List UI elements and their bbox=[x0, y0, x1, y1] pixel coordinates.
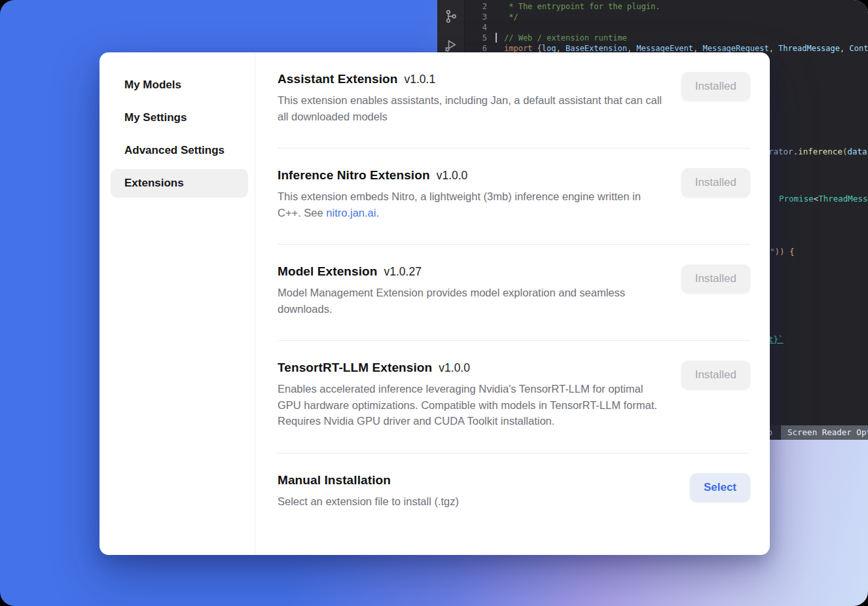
installed-button: Installed bbox=[681, 168, 750, 197]
code-text bbox=[490, 22, 504, 33]
code-line: 3 */ bbox=[437, 12, 868, 22]
extension-heading: Manual Installation bbox=[278, 473, 662, 488]
code-fragment: ")) { bbox=[770, 247, 795, 257]
extension-heading: Model Extensionv1.0.27 bbox=[278, 264, 662, 279]
code-text: // Web / extension runtime bbox=[490, 33, 627, 43]
settings-modal: My Models My Settings Advanced Settings … bbox=[99, 52, 770, 555]
extensions-list: Assistant Extensionv1.0.1 This extension… bbox=[255, 52, 770, 555]
extension-version: v1.0.0 bbox=[439, 361, 470, 374]
extension-name: Assistant Extension bbox=[278, 72, 398, 86]
line-number: 2 bbox=[437, 1, 490, 12]
extension-row-model: Model Extensionv1.0.27 Model Management … bbox=[278, 245, 750, 341]
extension-version: v1.0.1 bbox=[405, 73, 436, 86]
extension-name: Inference Nitro Extension bbox=[278, 168, 430, 182]
extension-description: Model Management Extension provides mode… bbox=[278, 285, 662, 317]
installed-button: Installed bbox=[681, 72, 750, 101]
extension-version: v1.0.27 bbox=[384, 265, 421, 278]
nitro-jan-ai-link[interactable]: nitro.jan.ai. bbox=[326, 207, 379, 219]
code-fragment: rator.inference(data)); bbox=[769, 147, 868, 157]
line-number: 4 bbox=[437, 22, 490, 33]
select-file-button[interactable]: Select bbox=[690, 473, 750, 502]
settings-sidebar: My Models My Settings Advanced Settings … bbox=[99, 52, 255, 555]
editor-cursor bbox=[496, 33, 497, 43]
extension-description: This extension embeds Nitro, a lightweig… bbox=[278, 188, 662, 221]
code-text: */ bbox=[490, 12, 518, 22]
extension-description: This extension enables assistants, inclu… bbox=[278, 92, 662, 124]
extension-name: TensortRT-LLM Extension bbox=[278, 361, 432, 374]
installed-button: Installed bbox=[681, 264, 750, 293]
sidebar-item-advanced-settings[interactable]: Advanced Settings bbox=[111, 136, 248, 165]
extension-name: Manual Installation bbox=[278, 473, 391, 487]
extension-name: Model Extension bbox=[278, 264, 377, 278]
installed-button: Installed bbox=[681, 361, 750, 389]
extension-heading: Assistant Extensionv1.0.1 bbox=[278, 72, 662, 86]
extension-row-inference-nitro: Inference Nitro Extensionv1.0.0 This ext… bbox=[278, 149, 750, 245]
code-text: * The entrypoint for the plugin. bbox=[490, 1, 660, 12]
extension-version: v1.0.0 bbox=[437, 169, 468, 182]
code-line: 4 bbox=[437, 22, 868, 33]
extension-info: Inference Nitro Extensionv1.0.0 This ext… bbox=[278, 168, 662, 221]
extension-heading: TensortRT-LLM Extensionv1.0.0 bbox=[278, 361, 662, 375]
code-lines: 2 * The entrypoint for the plugin. 3 */ … bbox=[437, 1, 868, 54]
sidebar-item-my-settings[interactable]: My Settings bbox=[111, 103, 248, 132]
code-fragment: t}` bbox=[769, 334, 784, 345]
sidebar-item-extensions[interactable]: Extensions bbox=[111, 169, 248, 198]
code-line: 2 * The entrypoint for the plugin. bbox=[437, 1, 868, 12]
line-number: 5 bbox=[437, 33, 490, 43]
line-number: 3 bbox=[437, 12, 490, 22]
extension-row-tensorrt-llm: TensortRT-LLM Extensionv1.0.0 Enables ac… bbox=[278, 341, 750, 454]
sidebar-item-my-models[interactable]: My Models bbox=[111, 71, 248, 99]
extension-description: Enables accelerated inference leveraging… bbox=[278, 381, 662, 429]
extension-info: Model Extensionv1.0.27 Model Management … bbox=[278, 264, 662, 317]
extension-info: Assistant Extensionv1.0.1 This extension… bbox=[278, 72, 662, 124]
app-window: 2 * The entrypoint for the plugin. 3 */ … bbox=[0, 0, 868, 606]
extension-row-manual-installation: Manual Installation Select an extension … bbox=[278, 454, 750, 533]
screen-reader-status-badge[interactable]: Screen Reader Optimized bbox=[781, 425, 868, 440]
extension-row-assistant: Assistant Extensionv1.0.1 This extension… bbox=[278, 52, 750, 149]
code-fragment: Promise<ThreadMessage> bbox=[779, 194, 868, 204]
code-line: 5 // Web / extension runtime bbox=[437, 33, 868, 43]
extension-info: Manual Installation Select an extension … bbox=[278, 473, 662, 510]
extension-description: Select an extension file to install (.tg… bbox=[278, 493, 662, 510]
extension-info: TensortRT-LLM Extensionv1.0.0 Enables ac… bbox=[278, 361, 662, 429]
extension-heading: Inference Nitro Extensionv1.0.0 bbox=[278, 168, 662, 183]
